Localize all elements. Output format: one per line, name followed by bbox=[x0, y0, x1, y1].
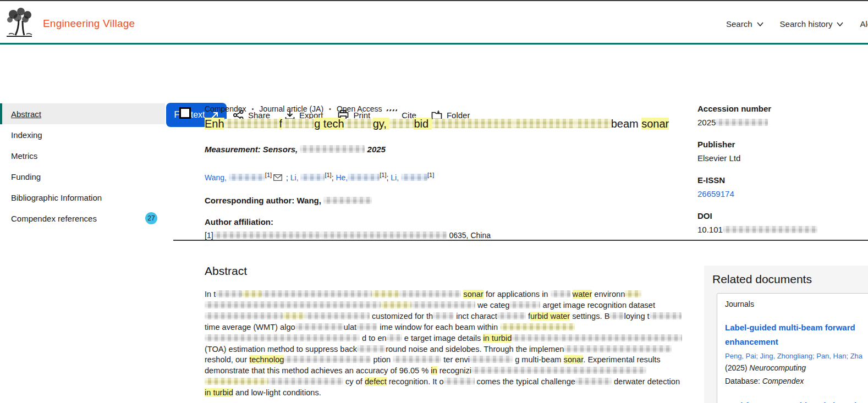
detail-value: Elsevier Ltd bbox=[697, 153, 862, 163]
detail-label: E-ISSN bbox=[697, 175, 862, 185]
detail-publisher: Publisher Elsevier Ltd bbox=[697, 140, 862, 163]
nav-alerts[interactable]: Alert bbox=[860, 19, 868, 29]
brand-title[interactable]: Engineering Village bbox=[43, 18, 135, 30]
author-affiliation-line: [1] 0635, China bbox=[205, 231, 689, 240]
related-item: Label-guided multi-beam forward enhancem… bbox=[725, 321, 868, 387]
record-section-nav: Abstract Indexing Metrics Funding Biblio… bbox=[0, 103, 165, 229]
sidebar-item-metrics[interactable]: Metrics bbox=[0, 145, 165, 166]
source-journal-line: Measurement: Sensors, 2025 bbox=[205, 145, 689, 154]
related-documents-panel: Related documents Journals Label-guided … bbox=[704, 266, 868, 403]
elsevier-tree-logo[interactable] bbox=[4, 7, 34, 38]
sidebar-item-bibliographic-information[interactable]: Bibliographic Information bbox=[0, 187, 165, 208]
app-header: Engineering Village Search Search histor… bbox=[0, 1, 868, 45]
chevron-down-icon bbox=[757, 22, 763, 26]
open-access-label: Open Access bbox=[337, 104, 382, 113]
sidebar-item-label: Compendex references bbox=[11, 214, 97, 223]
sidebar-item-funding[interactable]: Funding bbox=[0, 166, 165, 187]
detail-value: 10.101 bbox=[697, 225, 862, 234]
sidebar-item-label: Metrics bbox=[11, 151, 37, 161]
nav-alerts-label: Alert bbox=[860, 19, 868, 29]
separator-dot: • bbox=[329, 106, 331, 112]
database-label: Database: bbox=[725, 377, 762, 385]
database-label: Compendex bbox=[205, 104, 246, 113]
separator-dot: • bbox=[252, 106, 254, 112]
detail-value: 2025 bbox=[697, 118, 862, 127]
related-item: Dual-frequency multi-scale based bbox=[725, 399, 868, 403]
sidebar-item-label: Funding bbox=[11, 172, 41, 181]
detail-label: DOI bbox=[697, 211, 862, 220]
nav-search-history[interactable]: Search history bbox=[780, 19, 844, 29]
detail-accession-number: Accession number 2025 bbox=[697, 104, 862, 127]
related-documents-card: Journals Label-guided multi-beam forward… bbox=[717, 293, 868, 403]
chevron-down-icon bbox=[837, 22, 843, 26]
sidebar-item-label: Indexing bbox=[11, 130, 42, 140]
record-details-panel: Accession number 2025 Publisher Elsevier… bbox=[697, 104, 862, 247]
detail-label: Accession number bbox=[697, 104, 862, 113]
related-documents-heading: Related documents bbox=[712, 273, 868, 286]
email-icon bbox=[273, 174, 282, 183]
abstract-heading: Abstract bbox=[205, 264, 247, 278]
nav-search[interactable]: Search bbox=[726, 19, 763, 29]
sidebar-item-label: Bibliographic Information bbox=[11, 193, 102, 202]
sidebar-item-compendex-references[interactable]: Compendex references 27 bbox=[0, 208, 165, 229]
author-affiliation-heading: Author affiliation: bbox=[205, 217, 689, 227]
database-value: Compendex bbox=[762, 377, 804, 385]
detail-label: Publisher bbox=[697, 140, 862, 149]
related-article-journal: Neurocomputing bbox=[749, 363, 806, 372]
nav-search-history-label: Search history bbox=[780, 19, 833, 29]
related-article-source: (2025) Neurocomputing bbox=[725, 362, 868, 373]
article-title: Enhfg techgy, bid beam sonar bbox=[205, 117, 689, 131]
detail-doi: DOI 10.101 bbox=[697, 211, 862, 234]
eissn-link[interactable]: 26659174 bbox=[697, 189, 862, 198]
corresponding-author-line: Corresponding author: Wang, bbox=[205, 196, 689, 205]
related-article-database: Database: Compendex bbox=[725, 376, 868, 387]
top-navigation: Search Search history Alert bbox=[726, 19, 868, 29]
authors-line[interactable]: Wang, [1] ; Li, [1]; He,[1]; Li, [1] bbox=[205, 172, 689, 183]
sidebar-item-abstract[interactable]: Abstract bbox=[0, 103, 165, 124]
related-article-title-link[interactable]: Label-guided multi-beam forward enhancem… bbox=[725, 321, 868, 349]
record-meta-line: Compendex • Journal article (JA) • Open … bbox=[205, 104, 689, 113]
detail-eissn: E-ISSN 26659174 bbox=[697, 175, 862, 198]
record-toolbar: Back to results Full text Share Export bbox=[0, 45, 868, 98]
document-type-label: Journal article (JA) bbox=[259, 104, 323, 113]
related-group-label: Journals bbox=[725, 300, 868, 308]
sidebar-item-indexing[interactable]: Indexing bbox=[0, 124, 165, 145]
select-record-checkbox[interactable] bbox=[179, 107, 191, 119]
related-article-title-link[interactable]: Dual-frequency multi-scale based bbox=[725, 399, 868, 403]
related-article-authors[interactable]: Peng, Pai; Jing, Zhongliang; Pan, Han; Z… bbox=[725, 352, 868, 360]
record-header: Compendex • Journal article (JA) • Open … bbox=[205, 104, 689, 240]
sidebar-item-label: Abstract bbox=[11, 109, 41, 119]
references-count-badge: 27 bbox=[145, 212, 157, 224]
abstract-text: In t sonar for applications in water env… bbox=[205, 289, 686, 399]
related-article-year: (2025) bbox=[725, 363, 749, 372]
nav-search-label: Search bbox=[726, 19, 752, 29]
